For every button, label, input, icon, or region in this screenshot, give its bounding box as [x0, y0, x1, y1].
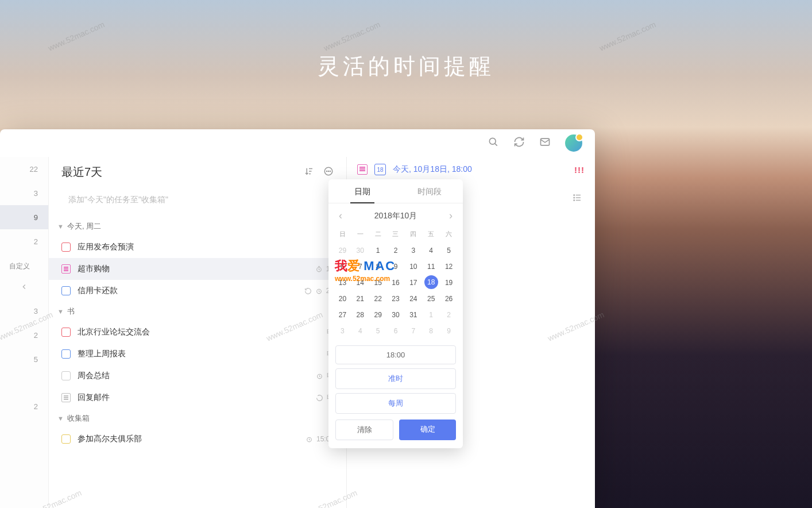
- sidebar-count-1[interactable]: 3: [0, 181, 48, 205]
- day-cell[interactable]: 17: [405, 275, 422, 290]
- task-row[interactable]: 超市购物18: [49, 258, 346, 280]
- sync-icon[interactable]: [513, 136, 525, 150]
- day-cell[interactable]: 8: [423, 324, 439, 338]
- day-cell[interactable]: 19: [440, 275, 457, 290]
- sidebar-count-3[interactable]: 2: [0, 229, 48, 253]
- ontime-option[interactable]: 准时: [335, 368, 456, 389]
- sidebar-count-6[interactable]: 2: [0, 323, 48, 347]
- prev-month-icon[interactable]: ‹: [337, 210, 345, 222]
- task-row[interactable]: 参加高尔夫俱乐部15:00: [49, 428, 346, 450]
- clear-button[interactable]: 清除: [335, 420, 393, 440]
- repeat-option[interactable]: 每周: [335, 393, 456, 414]
- checkbox-icon[interactable]: [61, 243, 71, 252]
- dow-cell: 四: [405, 226, 422, 242]
- note-icon[interactable]: [357, 164, 368, 175]
- checkbox-icon[interactable]: [61, 434, 71, 444]
- avatar[interactable]: [565, 134, 582, 152]
- day-cell[interactable]: 30: [388, 307, 404, 322]
- tab-range[interactable]: 时间段: [396, 179, 463, 203]
- day-cell[interactable]: 16: [388, 275, 404, 290]
- section-book[interactable]: ▼书: [49, 302, 346, 321]
- day-cell[interactable]: 1: [370, 243, 386, 258]
- day-cell[interactable]: 10: [405, 259, 422, 274]
- section-today[interactable]: ▼今天, 周二: [49, 217, 346, 236]
- day-cell[interactable]: 5: [370, 324, 386, 338]
- checkbox-icon[interactable]: [61, 349, 71, 359]
- task-row[interactable]: 应用发布会预演: [49, 236, 346, 258]
- add-task-input[interactable]: 添加"今天"的任务至"收集箱": [61, 189, 334, 211]
- day-cell[interactable]: 6: [388, 324, 404, 338]
- tab-date[interactable]: 日期: [328, 179, 396, 203]
- day-cell[interactable]: 12: [440, 259, 457, 274]
- day-cell[interactable]: 31: [405, 307, 422, 322]
- notification-icon[interactable]: [539, 136, 551, 150]
- svg-point-15: [574, 195, 575, 196]
- sidebar-section-custom: 自定义: [0, 253, 48, 275]
- detail-date[interactable]: 今天, 10月18日, 18:00: [393, 164, 472, 175]
- sidebar-count-0[interactable]: 22: [0, 157, 48, 181]
- sidebar-count-8[interactable]: 2: [0, 394, 48, 418]
- day-cell[interactable]: 29: [370, 307, 386, 322]
- day-cell[interactable]: 22: [370, 291, 386, 306]
- day-cell[interactable]: 4: [423, 243, 439, 258]
- day-cell[interactable]: 9: [388, 259, 404, 274]
- day-cell[interactable]: 24: [405, 291, 422, 306]
- time-option[interactable]: 18:00: [335, 345, 456, 364]
- sidebar-collapse-icon[interactable]: [0, 275, 48, 299]
- checkbox-icon[interactable]: [61, 328, 71, 337]
- note-icon[interactable]: [61, 393, 71, 402]
- day-cell[interactable]: 4: [352, 324, 369, 338]
- day-cell[interactable]: 28: [352, 307, 369, 322]
- outline-icon[interactable]: [572, 193, 582, 205]
- svg-point-9: [328, 171, 328, 171]
- dow-cell: 一: [352, 226, 369, 242]
- day-cell[interactable]: 29: [334, 243, 351, 258]
- sort-icon[interactable]: [295, 166, 314, 179]
- svg-point-8: [326, 171, 327, 171]
- task-row[interactable]: 北京行业论坛交流会明: [49, 321, 346, 343]
- search-icon[interactable]: [488, 136, 499, 150]
- calendar-icon[interactable]: 18: [374, 164, 386, 175]
- day-cell[interactable]: 2: [440, 307, 457, 322]
- note-icon[interactable]: [61, 264, 71, 274]
- checkbox-icon[interactable]: [61, 371, 71, 380]
- day-cell[interactable]: 15: [370, 275, 386, 290]
- day-cell[interactable]: 26: [440, 291, 457, 306]
- day-cell[interactable]: 30: [352, 243, 369, 258]
- day-cell[interactable]: 2: [388, 243, 404, 258]
- app-window: 22 3 9 2 自定义 3 2 5 2 最近7天 添加"今天"的任务至"收集箱…: [0, 129, 595, 508]
- day-cell[interactable]: 13: [334, 275, 351, 290]
- task-row[interactable]: 回复邮件明: [49, 387, 346, 409]
- day-cell[interactable]: 9: [440, 324, 457, 338]
- svg-point-0: [489, 138, 496, 144]
- day-cell[interactable]: 18: [424, 275, 438, 289]
- task-row[interactable]: 信用卡还款21: [49, 280, 346, 302]
- day-cell[interactable]: 20: [334, 291, 351, 306]
- priority-icon[interactable]: !!!: [574, 165, 585, 175]
- day-cell[interactable]: 21: [352, 291, 369, 306]
- next-month-icon[interactable]: ›: [447, 210, 455, 222]
- task-row[interactable]: 整理上周报表明: [49, 343, 346, 365]
- day-cell[interactable]: 1: [423, 307, 439, 322]
- day-cell[interactable]: 27: [334, 307, 351, 322]
- day-cell[interactable]: 7: [405, 324, 422, 338]
- task-row[interactable]: 周会总结明: [49, 365, 346, 387]
- sidebar-count-5[interactable]: 3: [0, 299, 48, 323]
- sidebar-count-7[interactable]: 5: [0, 347, 48, 371]
- day-cell[interactable]: 3: [405, 243, 422, 258]
- day-cell[interactable]: 11: [423, 259, 439, 274]
- day-cell[interactable]: 8: [370, 259, 386, 274]
- day-cell[interactable]: 5: [440, 243, 457, 258]
- section-inbox[interactable]: ▼收集箱: [49, 409, 346, 428]
- day-cell[interactable]: 25: [423, 291, 439, 306]
- day-cell[interactable]: 14: [352, 275, 369, 290]
- more-icon[interactable]: [314, 166, 334, 179]
- sidebar-count-2[interactable]: 9: [0, 205, 48, 229]
- svg-point-10: [330, 171, 330, 171]
- day-cell[interactable]: 23: [388, 291, 404, 306]
- ok-button[interactable]: 确定: [399, 420, 456, 440]
- day-cell[interactable]: 3: [334, 324, 351, 338]
- checkbox-icon[interactable]: [61, 286, 71, 295]
- day-cell[interactable]: 7: [352, 259, 369, 274]
- day-cell[interactable]: 6: [334, 259, 351, 274]
